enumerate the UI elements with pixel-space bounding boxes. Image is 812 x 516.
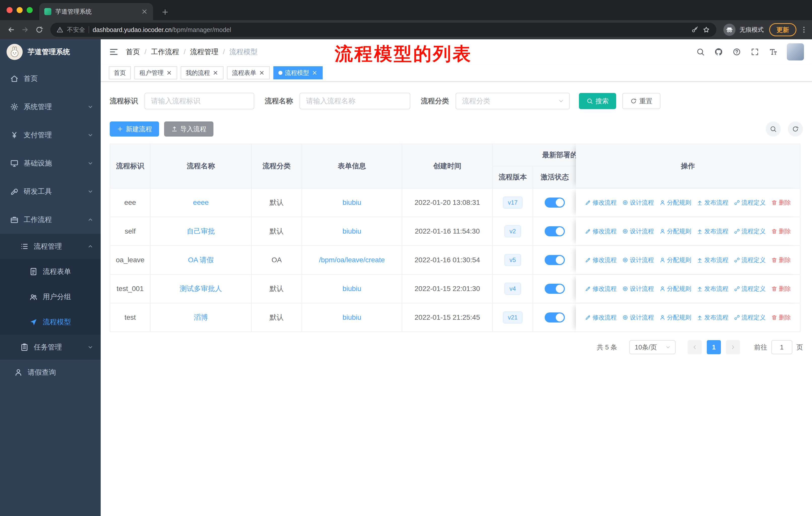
breadcrumb-item-workflow[interactable]: 工作流程 — [151, 47, 179, 57]
new-tab-button[interactable] — [161, 8, 169, 16]
sidebar-item-monitor[interactable]: 基础设施 — [0, 149, 101, 178]
edit-process-button[interactable]: 修改流程 — [585, 256, 617, 264]
active-toggle[interactable] — [545, 197, 565, 208]
sidebar-collapse-button[interactable] — [109, 47, 119, 57]
sidebar-item-gear[interactable]: 系统管理 — [0, 93, 101, 121]
font-size-icon[interactable] — [769, 48, 777, 56]
form-info-link[interactable]: biubiu — [343, 314, 361, 322]
process-name-link[interactable]: 自己审批 — [187, 226, 215, 236]
prev-page-button[interactable] — [688, 340, 702, 354]
breadcrumb-item-process-mgmt[interactable]: 流程管理 — [190, 47, 219, 57]
user-avatar[interactable] — [787, 43, 804, 60]
publish-process-button[interactable]: 发布流程 — [697, 227, 728, 235]
design-process-button[interactable]: 设计流程 — [622, 314, 654, 322]
import-process-button[interactable]: 导入流程 — [164, 121, 213, 137]
tag-chip-1[interactable]: 租户管理 — [135, 66, 177, 79]
link-process-button[interactable]: 流程定义 — [734, 285, 766, 293]
tag-chip-2[interactable]: 我的流程 — [181, 66, 224, 79]
publish-process-button[interactable]: 发布流程 — [697, 314, 728, 322]
publish-process-button[interactable]: 发布流程 — [697, 198, 728, 207]
form-info-link[interactable]: biubiu — [343, 198, 361, 207]
password-key-icon[interactable] — [691, 26, 699, 33]
assign-process-button[interactable]: 分配规则 — [660, 314, 691, 322]
reset-button[interactable]: 重置 — [622, 93, 661, 109]
close-icon[interactable] — [212, 70, 219, 76]
form-info-link[interactable]: biubiu — [343, 227, 361, 235]
delete-process-button[interactable]: 删除 — [771, 256, 791, 264]
breadcrumb-item-home[interactable]: 首页 — [126, 47, 140, 57]
active-toggle[interactable] — [545, 313, 565, 323]
link-process-button[interactable]: 流程定义 — [734, 227, 766, 235]
process-name-input[interactable] — [299, 93, 410, 109]
tag-chip-3[interactable]: 流程表单 — [227, 66, 270, 79]
address-bar[interactable]: 不安全 dashboard.yudao.iocoder.cn/bpm/manag… — [50, 23, 716, 37]
edit-process-button[interactable]: 修改流程 — [585, 314, 617, 322]
form-info-link[interactable]: biubiu — [343, 285, 361, 293]
tag-chip-0[interactable]: 首页 — [109, 66, 131, 79]
sidebar-item-users[interactable]: 用户分组 — [0, 284, 101, 309]
design-process-button[interactable]: 设计流程 — [622, 227, 654, 235]
close-icon[interactable] — [259, 70, 265, 76]
page-1-button[interactable]: 1 — [707, 340, 721, 354]
tag-chip-4[interactable]: 流程模型 — [273, 66, 323, 79]
window-close-button[interactable] — [6, 7, 12, 13]
publish-process-button[interactable]: 发布流程 — [697, 256, 728, 264]
active-toggle[interactable] — [545, 226, 565, 236]
delete-process-button[interactable]: 删除 — [771, 198, 791, 207]
category-select[interactable]: 流程分类 — [456, 93, 570, 109]
window-zoom-button[interactable] — [27, 7, 33, 13]
delete-process-button[interactable]: 删除 — [771, 285, 791, 293]
tab-close-icon[interactable] — [141, 8, 148, 15]
delete-process-button[interactable]: 删除 — [771, 227, 791, 235]
goto-page-input[interactable] — [771, 340, 792, 354]
sidebar-item-tool[interactable]: 研发工具 — [0, 178, 101, 206]
search-button[interactable]: 搜索 — [579, 93, 616, 109]
table-refresh-button[interactable] — [788, 121, 803, 137]
reload-button[interactable] — [32, 23, 46, 37]
assign-process-button[interactable]: 分配规则 — [660, 285, 691, 293]
browser-menu-button[interactable] — [800, 26, 808, 34]
sidebar-item-briefcase[interactable]: 工作流程 — [0, 206, 101, 234]
sidebar-item-list[interactable]: 流程管理 — [0, 234, 101, 259]
close-icon[interactable] — [312, 70, 318, 76]
assign-process-button[interactable]: 分配规则 — [660, 198, 691, 207]
link-process-button[interactable]: 流程定义 — [734, 256, 766, 264]
process-name-link[interactable]: eeee — [193, 198, 209, 207]
header-search-icon[interactable] — [696, 48, 705, 56]
next-page-button[interactable] — [726, 340, 740, 354]
link-process-button[interactable]: 流程定义 — [734, 198, 766, 207]
browser-tab[interactable]: 芋道管理系统 — [39, 3, 153, 20]
window-minimize-button[interactable] — [17, 7, 23, 13]
fullscreen-icon[interactable] — [751, 48, 759, 56]
edit-process-button[interactable]: 修改流程 — [585, 285, 617, 293]
edit-process-button[interactable]: 修改流程 — [585, 227, 617, 235]
github-icon[interactable] — [714, 48, 723, 56]
assign-process-button[interactable]: 分配规则 — [660, 256, 691, 264]
app-logo[interactable]: 芋道管理系统 — [0, 39, 101, 64]
assign-process-button[interactable]: 分配规则 — [660, 227, 691, 235]
help-icon[interactable] — [732, 48, 741, 56]
active-toggle[interactable] — [545, 255, 565, 265]
security-label[interactable]: 不安全 — [67, 26, 85, 34]
delete-process-button[interactable]: 删除 — [771, 314, 791, 322]
publish-process-button[interactable]: 发布流程 — [697, 285, 728, 293]
page-size-select[interactable]: 10条/页 — [629, 340, 675, 354]
forward-button[interactable] — [18, 23, 32, 37]
active-toggle[interactable] — [545, 284, 565, 294]
form-info-link[interactable]: /bpm/oa/leave/create — [319, 256, 385, 264]
design-process-button[interactable]: 设计流程 — [622, 285, 654, 293]
process-name-link[interactable]: 测试多审批人 — [180, 284, 222, 294]
process-name-link[interactable]: 滔博 — [194, 313, 208, 322]
process-key-input[interactable] — [144, 93, 254, 109]
link-process-button[interactable]: 流程定义 — [734, 314, 766, 322]
chrome-update-button[interactable]: 更新 — [769, 23, 796, 36]
table-search-button[interactable] — [766, 121, 781, 137]
sidebar-item-home[interactable]: 首页 — [0, 64, 101, 93]
process-name-link[interactable]: OA 请假 — [188, 255, 214, 265]
sidebar-item-user[interactable]: 请假查询 — [0, 360, 101, 385]
sidebar-item-send[interactable]: 流程模型 — [0, 309, 101, 334]
bookmark-star-icon[interactable] — [702, 26, 710, 34]
create-process-button[interactable]: 新建流程 — [110, 121, 159, 137]
back-button[interactable] — [4, 23, 18, 37]
sidebar-item-task[interactable]: 任务管理 — [0, 334, 101, 360]
